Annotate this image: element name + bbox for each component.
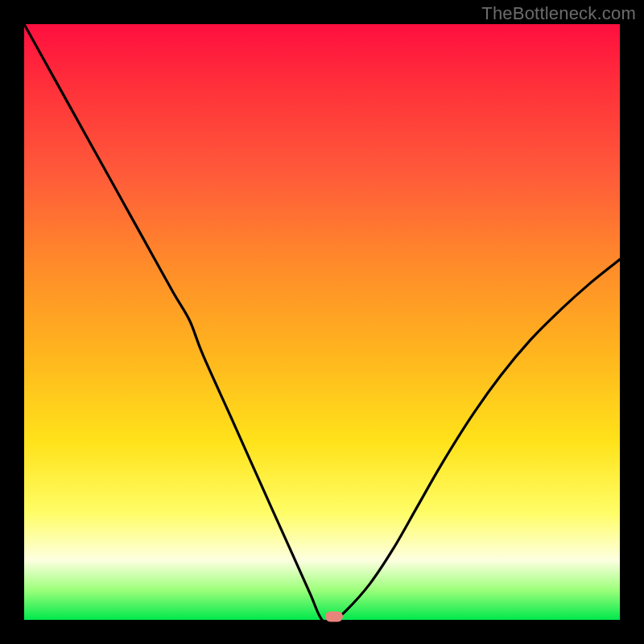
bottleneck-curve — [24, 24, 620, 620]
watermark-text: TheBottleneck.com — [481, 3, 636, 24]
plot-area — [24, 24, 620, 620]
curve-svg — [24, 24, 620, 620]
chart-frame: TheBottleneck.com — [0, 0, 644, 644]
